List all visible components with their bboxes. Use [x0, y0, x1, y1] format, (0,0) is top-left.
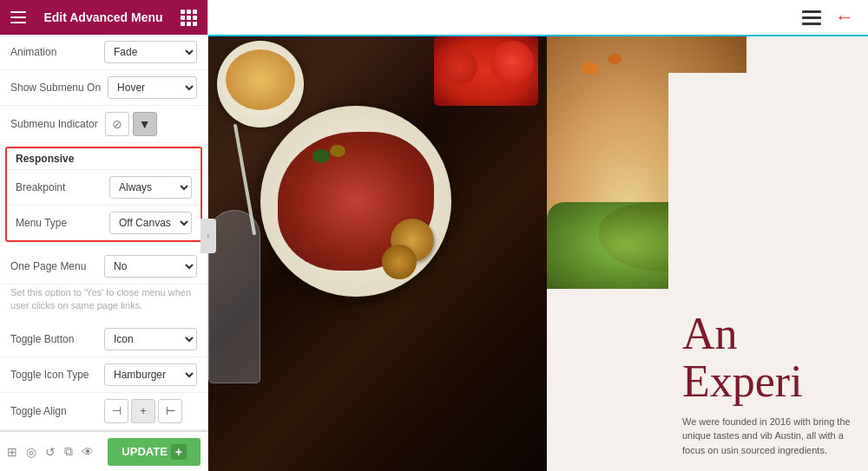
preview-hamburger-icon[interactable] — [802, 10, 821, 25]
layers-icon[interactable]: ⊞ — [7, 445, 17, 459]
panel-title: Edit Advanced Menu — [26, 10, 181, 24]
align-left-btn[interactable]: ⊣ — [104, 399, 128, 423]
breakpoint-select[interactable]: Always Mobile Tablet Desktop — [109, 176, 192, 199]
update-plus-icon: + — [171, 444, 187, 460]
show-submenu-select[interactable]: Hover Click — [108, 76, 197, 99]
food-ball-2 — [382, 245, 417, 279]
update-label: UPDATE — [122, 445, 167, 458]
copy-icon[interactable]: ⧉ — [64, 444, 73, 459]
olive-green — [312, 149, 330, 163]
toggle-button-label: Toggle Button — [10, 333, 97, 345]
preview-topbar: ← — [208, 0, 868, 36]
animation-select[interactable]: Fade Slide None — [104, 41, 197, 63]
show-submenu-label: Show Submenu On — [10, 82, 101, 94]
indicator-circle-btn[interactable]: ⊘ — [105, 112, 129, 136]
breakpoint-row: Breakpoint Always Mobile Tablet Desktop — [7, 170, 201, 206]
panel-footer: ⊞ ◎ ↺ ⧉ 👁 UPDATE + — [0, 431, 207, 471]
footer-icons: ⊞ ◎ ↺ ⧉ 👁 — [7, 444, 94, 459]
plate-small-top — [217, 41, 304, 128]
panel-scroll-area: Animation Fade Slide None Show Submenu O… — [0, 35, 207, 431]
tomatoes-top — [434, 36, 538, 106]
animation-row: Animation Fade Slide None — [0, 35, 207, 70]
food-image-left — [208, 36, 547, 471]
eye-icon[interactable]: ◎ — [26, 445, 36, 459]
toggle-icon-type-select[interactable]: Hamburger Arrow Plus — [104, 363, 197, 386]
grid-menu-icon[interactable] — [181, 10, 197, 26]
right-panel: ← — [208, 0, 868, 471]
hamburger-menu-icon[interactable] — [10, 11, 26, 23]
toggle-button-row: Toggle Button Icon Text Both — [0, 322, 207, 357]
menu-type-label: Menu Type — [16, 217, 102, 229]
carrot-bit — [582, 62, 599, 75]
align-center-btn[interactable]: + — [131, 399, 155, 423]
preview-text-overlay: An Experi We were founded in 2016 with b… — [668, 73, 868, 471]
one-page-select[interactable]: No Yes — [104, 255, 197, 278]
breakpoint-label: Breakpoint — [16, 181, 102, 193]
preview-big-text: An Experi — [682, 311, 854, 405]
update-button[interactable]: UPDATE + — [108, 438, 201, 466]
preview-image-area: An Experi We were founded in 2016 with b… — [208, 36, 868, 471]
plate-main — [260, 106, 451, 297]
align-right-btn[interactable]: ⊢ — [158, 399, 182, 423]
arrow-indicator: ← — [835, 6, 854, 29]
submenu-indicator-row: Submenu Indicator ⊘ ▼ — [0, 106, 207, 143]
indicator-controls: ⊘ ▼ — [105, 112, 157, 136]
one-page-hint: Set this option to 'Yes' to close menu w… — [0, 285, 207, 318]
olive-brown — [330, 145, 345, 157]
animation-label: Animation — [10, 46, 97, 58]
responsive-section: Responsive Breakpoint Always Mobile Tabl… — [5, 147, 202, 242]
one-page-row: One Page Menu No Yes — [0, 249, 207, 285]
one-page-label: One Page Menu — [10, 260, 97, 272]
panel-header: Edit Advanced Menu — [0, 0, 207, 35]
history-icon[interactable]: ↺ — [45, 445, 56, 459]
toggle-icon-type-row: Toggle Icon Type Hamburger Arrow Plus — [0, 357, 207, 393]
align-buttons: ⊣ + ⊢ — [104, 399, 182, 423]
preview-desc-text: We were founded in 2016 with bring the u… — [682, 415, 854, 458]
panel-collapse-handle[interactable]: ‹ — [201, 219, 216, 253]
plate-small-food — [226, 49, 295, 110]
menu-type-row: Menu Type Off Canvas Dropdown Fullscreen — [7, 206, 201, 240]
big-text-line1: An — [682, 309, 738, 358]
left-panel: Edit Advanced Menu Animation Fade Slide … — [0, 0, 208, 471]
wine-glass-left — [208, 210, 260, 383]
toggle-align-label: Toggle Align — [10, 405, 97, 417]
toggle-icon-type-label: Toggle Icon Type — [10, 369, 97, 381]
show-submenu-row: Show Submenu On Hover Click — [0, 70, 207, 106]
responsive-header: Responsive — [7, 148, 201, 170]
tomato-2 — [443, 49, 477, 84]
indicator-arrow-btn[interactable]: ▼ — [133, 112, 157, 136]
toggle-button-select[interactable]: Icon Text Both — [104, 328, 197, 350]
tomato-1 — [490, 41, 534, 84]
big-text-line2: Experi — [682, 357, 803, 406]
visibility-icon[interactable]: 👁 — [82, 445, 94, 459]
one-page-section: One Page Menu No Yes Set this option to … — [0, 245, 207, 322]
toggle-align-row: Toggle Align ⊣ + ⊢ — [0, 393, 207, 430]
submenu-indicator-label: Submenu Indicator — [10, 118, 98, 130]
carrot-bit-2 — [608, 54, 621, 64]
menu-type-select[interactable]: Off Canvas Dropdown Fullscreen — [109, 212, 192, 234]
